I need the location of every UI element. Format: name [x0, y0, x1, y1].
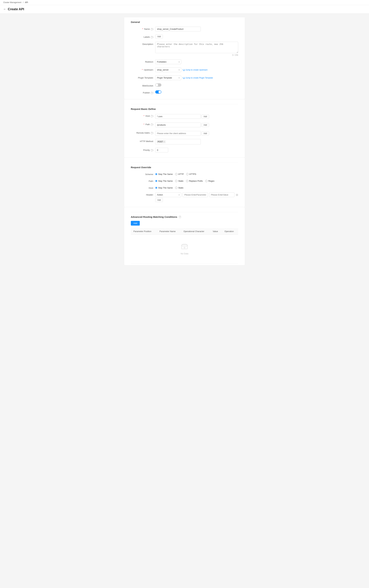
- advanced-routing-add-button[interactable]: Add: [131, 221, 140, 225]
- header-field-wrapper: Action ▼ ⊖ Add: [155, 192, 238, 202]
- host-static-radio[interactable]: [175, 187, 177, 189]
- host-help-icon[interactable]: ?: [151, 115, 153, 117]
- col-value: Value: [210, 228, 222, 235]
- scheme-field-wrapper: Stay The Same HTTP HTTPS: [155, 172, 238, 175]
- empty-text: No Data: [140, 252, 229, 255]
- back-button[interactable]: ←: [3, 8, 6, 11]
- header-label: Header:: [131, 192, 154, 196]
- priority-input[interactable]: [155, 148, 168, 152]
- publish-slider: [155, 90, 161, 94]
- host-input[interactable]: [155, 114, 201, 119]
- description-label: Description:: [131, 42, 154, 45]
- path-help-icon[interactable]: ?: [151, 124, 153, 126]
- path-static-radio[interactable]: [175, 180, 177, 182]
- path-input[interactable]: [155, 123, 201, 127]
- websocket-toggle[interactable]: [155, 83, 161, 87]
- scheme-http[interactable]: HTTP: [175, 173, 184, 175]
- redirect-field-wrapper: Forbidden 301 302 ▼: [155, 59, 238, 64]
- request-override-section: Request Override Scheme: Stay The Same H…: [124, 158, 245, 207]
- remote-addrs-label: Remote Addrs ?:: [131, 130, 154, 134]
- path-stay-same[interactable]: Stay The Same: [155, 180, 173, 182]
- publish-toggle[interactable]: [155, 90, 161, 94]
- scheme-https[interactable]: HTTPS: [186, 173, 196, 175]
- path-label: * Path ?:: [131, 122, 154, 126]
- request-basic-section: Request Basic Define * Host ?: Add * Pat…: [124, 99, 245, 157]
- labels-help-icon[interactable]: ?: [151, 36, 153, 38]
- col-param-name: Parameter Name: [157, 228, 181, 235]
- advanced-routing-section: Advanced Routing Matching Conditions ? A…: [124, 207, 245, 265]
- header-action-select[interactable]: Action: [155, 192, 181, 197]
- plugin-template-field-wrapper: Plugin Template ▼ Jump to create Plugin …: [155, 75, 238, 80]
- host-label: * Host ?:: [131, 114, 154, 117]
- name-input[interactable]: [155, 27, 201, 31]
- path-field-wrapper: Add: [155, 122, 238, 127]
- breadcrumb-current: API: [25, 1, 28, 4]
- host-stay-same-radio[interactable]: [155, 187, 157, 189]
- empty-state: No Data: [133, 237, 236, 261]
- priority-field-wrapper: [155, 148, 238, 152]
- header-param-input[interactable]: [183, 192, 208, 197]
- path-add-button[interactable]: Add: [201, 123, 209, 127]
- breadcrumb-separator: /: [23, 1, 23, 4]
- scheme-stay-same[interactable]: Stay The Same: [155, 173, 173, 175]
- empty-state-row: No Data: [131, 235, 238, 264]
- websocket-field-wrapper: [155, 83, 238, 87]
- col-param-position: Parameter Position: [131, 228, 157, 235]
- publish-help-icon[interactable]: ?: [151, 92, 153, 94]
- plugin-template-jump-link[interactable]: Jump to create Plugin Template: [183, 77, 213, 79]
- host-stay-same[interactable]: Stay The Same: [155, 186, 173, 189]
- advanced-routing-help-icon[interactable]: ?: [179, 216, 181, 218]
- col-operational-character: Operational Character: [181, 228, 210, 235]
- path-replace-prefix[interactable]: Replace Prefix: [186, 180, 203, 182]
- http-method-tag-wrapper[interactable]: POST ×: [155, 139, 201, 145]
- path-stay-same-radio[interactable]: [155, 180, 157, 182]
- name-help-icon[interactable]: ?: [151, 28, 153, 30]
- remote-addrs-help-icon[interactable]: ?: [151, 132, 153, 134]
- path-regex[interactable]: Regex: [205, 180, 215, 182]
- plugin-template-select[interactable]: Plugin Template: [155, 75, 181, 80]
- refresh-icon: [183, 69, 185, 71]
- http-method-label: HTTP Method:: [131, 139, 154, 143]
- host-static[interactable]: Static: [175, 186, 184, 189]
- priority-help-icon[interactable]: ?: [151, 149, 153, 151]
- scheme-radio-group: Stay The Same HTTP HTTPS: [155, 172, 238, 175]
- post-method-tag: POST ×: [157, 140, 166, 143]
- scheme-http-radio[interactable]: [175, 173, 177, 175]
- path-override-field-wrapper: Stay The Same Static Replace Prefix Rege…: [155, 179, 238, 182]
- description-field-wrapper: 0 / 256: [155, 42, 238, 56]
- page-header: ← Create API: [0, 5, 369, 13]
- path-static[interactable]: Static: [175, 180, 184, 182]
- publish-field-wrapper: [155, 90, 238, 94]
- path-override-radio-group: Stay The Same Static Replace Prefix Rege…: [155, 179, 238, 182]
- advanced-routing-title: Advanced Routing Matching Conditions: [131, 216, 177, 218]
- header-value-input[interactable]: [209, 192, 235, 197]
- description-textarea[interactable]: [155, 42, 238, 53]
- upstream-jump-link[interactable]: Jump to create Upstream: [183, 69, 208, 71]
- advanced-routing-table: Parameter Position Parameter Name Operat…: [131, 228, 238, 264]
- section-divider-1: [131, 104, 238, 104]
- priority-label: Priority ?:: [131, 148, 154, 151]
- header-action-select-wrapper: Action ▼: [155, 192, 181, 197]
- http-method-field-wrapper: POST ×: [155, 139, 238, 145]
- name-field-wrapper: [155, 27, 238, 31]
- redirect-select[interactable]: Forbidden 301 302: [155, 59, 181, 64]
- empty-icon: [140, 243, 229, 251]
- header-add-button[interactable]: Add: [155, 198, 163, 202]
- remote-addrs-add-button[interactable]: Add: [201, 131, 209, 135]
- websocket-label: WebSocket:: [131, 83, 154, 87]
- host-add-button[interactable]: Add: [201, 115, 209, 118]
- breadcrumb-parent[interactable]: Cluster Management: [3, 1, 21, 4]
- path-replace-prefix-radio[interactable]: [186, 180, 188, 182]
- remote-addrs-field-wrapper: Add: [155, 130, 238, 136]
- upstream-select[interactable]: shop_server: [155, 68, 181, 72]
- labels-add-button[interactable]: Add: [155, 35, 163, 39]
- breadcrumb: Cluster Management / API: [0, 0, 369, 5]
- remote-addrs-input[interactable]: [155, 131, 201, 136]
- scheme-https-radio[interactable]: [186, 173, 188, 175]
- scheme-stay-same-radio[interactable]: [155, 173, 157, 175]
- header-remove-button[interactable]: ⊖: [236, 193, 238, 196]
- path-override-label: Path:: [131, 179, 154, 182]
- remove-post-tag[interactable]: ×: [164, 141, 165, 143]
- host-override-field-wrapper: Stay The Same Static: [155, 186, 238, 189]
- path-regex-radio[interactable]: [205, 180, 207, 182]
